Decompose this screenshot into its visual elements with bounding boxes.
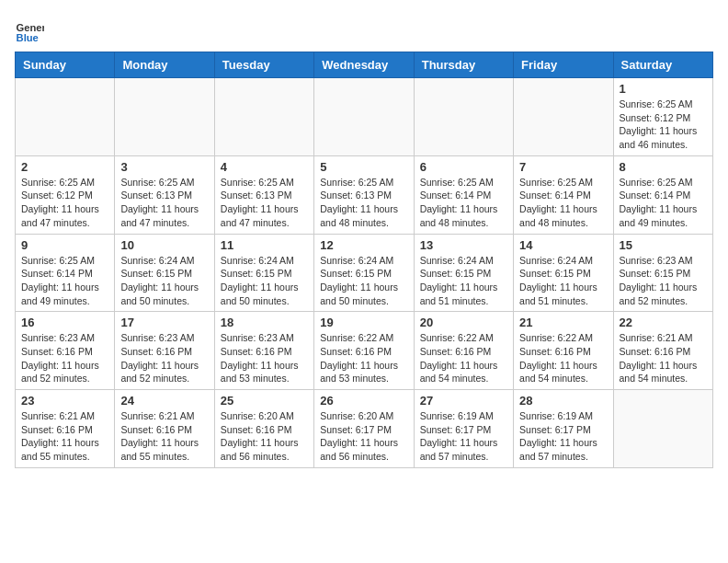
calendar-day: 9Sunrise: 6:25 AM Sunset: 6:14 PM Daylig… — [16, 234, 115, 312]
day-number: 24 — [120, 394, 208, 408]
calendar-week-1: 1Sunrise: 6:25 AM Sunset: 6:12 PM Daylig… — [16, 78, 713, 156]
day-number: 7 — [519, 160, 607, 174]
calendar-day: 15Sunrise: 6:23 AM Sunset: 6:15 PM Dayli… — [613, 234, 712, 312]
day-number: 21 — [519, 316, 607, 329]
day-info: Sunrise: 6:25 AM Sunset: 6:12 PM Dayligh… — [620, 98, 707, 152]
calendar-day: 16Sunrise: 6:23 AM Sunset: 6:16 PM Dayli… — [16, 312, 115, 390]
calendar-week-4: 16Sunrise: 6:23 AM Sunset: 6:16 PM Dayli… — [16, 312, 713, 390]
day-info: Sunrise: 6:25 AM Sunset: 6:13 PM Dayligh… — [221, 176, 308, 230]
weekday-header-saturday: Saturday — [613, 52, 712, 78]
day-info: Sunrise: 6:25 AM Sunset: 6:14 PM Dayligh… — [420, 176, 507, 230]
day-number: 22 — [620, 316, 707, 329]
calendar-day: 5Sunrise: 6:25 AM Sunset: 6:13 PM Daylig… — [314, 155, 414, 234]
day-info: Sunrise: 6:24 AM Sunset: 6:15 PM Dayligh… — [221, 254, 308, 308]
weekday-header-monday: Monday — [115, 52, 214, 78]
day-number: 26 — [320, 394, 407, 408]
calendar-day: 3Sunrise: 6:25 AM Sunset: 6:13 PM Daylig… — [115, 155, 214, 234]
calendar-day: 23Sunrise: 6:21 AM Sunset: 6:16 PM Dayli… — [16, 390, 115, 468]
svg-text:Blue: Blue — [17, 32, 39, 43]
day-number: 2 — [21, 160, 108, 174]
calendar-week-3: 9Sunrise: 6:25 AM Sunset: 6:14 PM Daylig… — [16, 234, 713, 312]
weekday-header-tuesday: Tuesday — [214, 52, 313, 78]
day-info: Sunrise: 6:23 AM Sunset: 6:15 PM Dayligh… — [620, 254, 707, 308]
calendar-day: 28Sunrise: 6:19 AM Sunset: 6:17 PM Dayli… — [514, 390, 613, 468]
day-info: Sunrise: 6:22 AM Sunset: 6:16 PM Dayligh… — [320, 331, 407, 385]
calendar-day — [214, 78, 313, 156]
day-number: 23 — [21, 394, 108, 408]
calendar-day: 7Sunrise: 6:25 AM Sunset: 6:14 PM Daylig… — [514, 155, 613, 234]
calendar-day: 11Sunrise: 6:24 AM Sunset: 6:15 PM Dayli… — [214, 234, 313, 312]
calendar-day — [115, 78, 214, 156]
calendar-day: 2Sunrise: 6:25 AM Sunset: 6:12 PM Daylig… — [16, 155, 115, 234]
calendar-day: 10Sunrise: 6:24 AM Sunset: 6:15 PM Dayli… — [115, 234, 214, 312]
calendar-day — [514, 78, 613, 156]
day-number: 25 — [221, 394, 308, 408]
calendar-day: 4Sunrise: 6:25 AM Sunset: 6:13 PM Daylig… — [214, 155, 313, 234]
weekday-header-wednesday: Wednesday — [314, 52, 414, 78]
logo: General Blue — [15, 15, 44, 44]
calendar-day — [414, 78, 513, 156]
svg-text:General: General — [17, 22, 44, 33]
day-info: Sunrise: 6:20 AM Sunset: 6:17 PM Dayligh… — [320, 409, 407, 464]
calendar-day — [16, 78, 115, 156]
calendar-day: 6Sunrise: 6:25 AM Sunset: 6:14 PM Daylig… — [414, 155, 513, 234]
day-info: Sunrise: 6:25 AM Sunset: 6:13 PM Dayligh… — [120, 176, 208, 230]
day-number: 3 — [120, 160, 208, 174]
calendar-table: SundayMondayTuesdayWednesdayThursdayFrid… — [15, 52, 713, 468]
day-number: 14 — [519, 238, 607, 252]
calendar-day: 20Sunrise: 6:22 AM Sunset: 6:16 PM Dayli… — [414, 312, 513, 390]
day-info: Sunrise: 6:24 AM Sunset: 6:15 PM Dayligh… — [320, 254, 407, 308]
day-number: 20 — [420, 316, 507, 329]
weekday-header-thursday: Thursday — [414, 52, 513, 78]
day-number: 5 — [320, 160, 407, 174]
day-number: 12 — [320, 238, 407, 252]
calendar-day: 26Sunrise: 6:20 AM Sunset: 6:17 PM Dayli… — [314, 390, 414, 468]
weekday-header-row: SundayMondayTuesdayWednesdayThursdayFrid… — [16, 52, 713, 78]
day-number: 19 — [320, 316, 407, 329]
day-info: Sunrise: 6:20 AM Sunset: 6:16 PM Dayligh… — [221, 409, 308, 464]
calendar-day: 24Sunrise: 6:21 AM Sunset: 6:16 PM Dayli… — [115, 390, 214, 468]
calendar-day: 12Sunrise: 6:24 AM Sunset: 6:15 PM Dayli… — [314, 234, 414, 312]
day-info: Sunrise: 6:25 AM Sunset: 6:12 PM Dayligh… — [21, 176, 108, 230]
day-info: Sunrise: 6:22 AM Sunset: 6:16 PM Dayligh… — [420, 331, 507, 385]
calendar-day: 17Sunrise: 6:23 AM Sunset: 6:16 PM Dayli… — [115, 312, 214, 390]
calendar-day: 25Sunrise: 6:20 AM Sunset: 6:16 PM Dayli… — [214, 390, 313, 468]
day-number: 11 — [221, 238, 308, 252]
calendar-week-2: 2Sunrise: 6:25 AM Sunset: 6:12 PM Daylig… — [16, 155, 713, 234]
day-number: 18 — [221, 316, 308, 329]
calendar-day: 27Sunrise: 6:19 AM Sunset: 6:17 PM Dayli… — [414, 390, 513, 468]
generalblue-logo-icon: General Blue — [15, 15, 44, 44]
day-number: 10 — [120, 238, 208, 252]
day-number: 27 — [420, 394, 507, 408]
calendar-day: 21Sunrise: 6:22 AM Sunset: 6:16 PM Dayli… — [514, 312, 613, 390]
day-info: Sunrise: 6:19 AM Sunset: 6:17 PM Dayligh… — [420, 409, 507, 464]
day-info: Sunrise: 6:21 AM Sunset: 6:16 PM Dayligh… — [21, 409, 108, 464]
calendar-day: 19Sunrise: 6:22 AM Sunset: 6:16 PM Dayli… — [314, 312, 414, 390]
day-info: Sunrise: 6:25 AM Sunset: 6:14 PM Dayligh… — [21, 254, 108, 308]
day-info: Sunrise: 6:24 AM Sunset: 6:15 PM Dayligh… — [420, 254, 507, 308]
weekday-header-sunday: Sunday — [16, 52, 115, 78]
calendar-day: 8Sunrise: 6:25 AM Sunset: 6:14 PM Daylig… — [613, 155, 712, 234]
day-number: 28 — [519, 394, 607, 408]
day-info: Sunrise: 6:23 AM Sunset: 6:16 PM Dayligh… — [120, 331, 208, 385]
day-number: 9 — [21, 238, 108, 252]
calendar-day: 18Sunrise: 6:23 AM Sunset: 6:16 PM Dayli… — [214, 312, 313, 390]
calendar-day: 22Sunrise: 6:21 AM Sunset: 6:16 PM Dayli… — [613, 312, 712, 390]
weekday-header-friday: Friday — [514, 52, 613, 78]
day-info: Sunrise: 6:23 AM Sunset: 6:16 PM Dayligh… — [21, 331, 108, 385]
day-info: Sunrise: 6:24 AM Sunset: 6:15 PM Dayligh… — [519, 254, 607, 308]
calendar-day — [314, 78, 414, 156]
calendar-day: 14Sunrise: 6:24 AM Sunset: 6:15 PM Dayli… — [514, 234, 613, 312]
day-number: 16 — [21, 316, 108, 329]
day-info: Sunrise: 6:21 AM Sunset: 6:16 PM Dayligh… — [620, 331, 707, 385]
day-info: Sunrise: 6:25 AM Sunset: 6:14 PM Dayligh… — [620, 176, 707, 230]
day-number: 4 — [221, 160, 308, 174]
day-number: 15 — [620, 238, 707, 252]
day-info: Sunrise: 6:23 AM Sunset: 6:16 PM Dayligh… — [221, 331, 308, 385]
day-info: Sunrise: 6:22 AM Sunset: 6:16 PM Dayligh… — [519, 331, 607, 385]
day-number: 17 — [120, 316, 208, 329]
day-info: Sunrise: 6:25 AM Sunset: 6:13 PM Dayligh… — [320, 176, 407, 230]
day-number: 13 — [420, 238, 507, 252]
calendar-day: 1Sunrise: 6:25 AM Sunset: 6:12 PM Daylig… — [613, 78, 712, 156]
day-info: Sunrise: 6:25 AM Sunset: 6:14 PM Dayligh… — [519, 176, 607, 230]
